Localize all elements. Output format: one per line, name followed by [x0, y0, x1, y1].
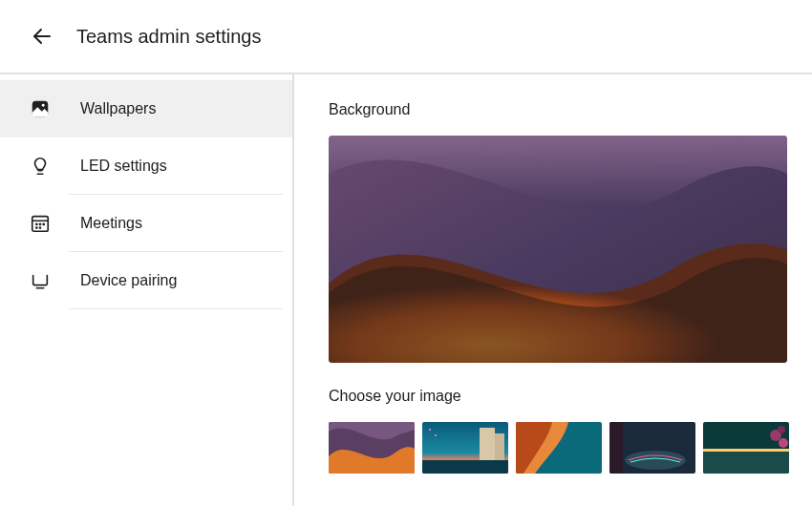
- calendar-icon: [29, 212, 52, 235]
- sidebar-item-meetings[interactable]: Meetings: [0, 195, 292, 252]
- svg-point-2: [42, 104, 45, 107]
- sidebar-item-wallpapers[interactable]: Wallpapers: [0, 80, 292, 137]
- page-title: Teams admin settings: [76, 26, 261, 48]
- svg-rect-24: [703, 449, 789, 452]
- svg-point-7: [43, 223, 44, 224]
- svg-point-27: [779, 438, 788, 448]
- svg-point-9: [39, 227, 40, 228]
- bulb-icon: [29, 155, 52, 178]
- sidebar-item-label: Device pairing: [80, 272, 177, 289]
- svg-point-21: [625, 451, 686, 470]
- sidebar: Wallpapers LED settings: [0, 74, 294, 506]
- svg-rect-16: [422, 460, 508, 474]
- main-content: Background: [294, 74, 812, 506]
- wallpaper-thumb-5[interactable]: [703, 422, 789, 474]
- back-button[interactable]: [23, 17, 61, 55]
- thumbnail-row: [329, 422, 778, 474]
- svg-point-6: [39, 223, 40, 224]
- svg-rect-25: [703, 452, 789, 474]
- sidebar-item-label: Meetings: [80, 215, 142, 232]
- svg-point-28: [778, 426, 785, 433]
- sidebar-item-led-settings[interactable]: LED settings: [0, 137, 292, 195]
- header: Teams admin settings: [0, 0, 812, 74]
- arrow-left-icon: [31, 25, 53, 48]
- background-heading: Background: [329, 101, 778, 118]
- wallpaper-thumb-4[interactable]: [609, 422, 695, 474]
- wallpaper-thumb-3[interactable]: [516, 422, 602, 474]
- sidebar-item-label: LED settings: [80, 158, 167, 175]
- choose-image-heading: Choose your image: [329, 388, 778, 405]
- background-preview: [329, 136, 787, 363]
- wallpaper-icon: [29, 97, 52, 120]
- monitor-icon: [29, 269, 52, 292]
- svg-point-17: [429, 429, 431, 431]
- svg-point-18: [435, 434, 437, 436]
- svg-rect-22: [609, 422, 623, 474]
- wallpaper-thumb-1[interactable]: [329, 422, 415, 474]
- svg-point-5: [36, 223, 37, 224]
- svg-point-8: [36, 227, 37, 228]
- wallpaper-thumb-2[interactable]: [422, 422, 508, 474]
- sidebar-item-device-pairing[interactable]: Device pairing: [0, 252, 292, 309]
- sidebar-item-label: Wallpapers: [80, 100, 156, 117]
